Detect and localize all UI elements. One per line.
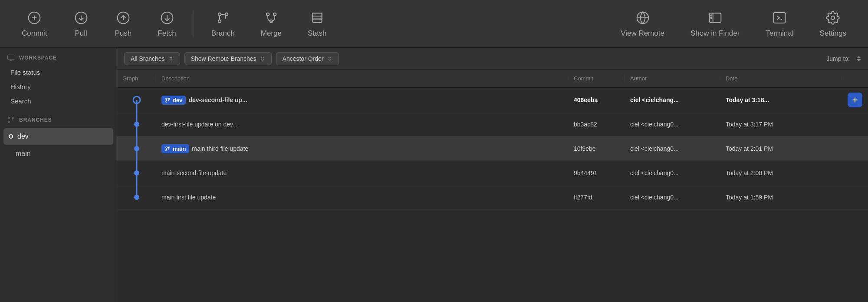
- svg-point-41: [134, 122, 139, 127]
- all-branches-dropdown[interactable]: All Branches: [124, 52, 180, 65]
- table-row[interactable]: dev dev-second-file up... 406eeba ciel <…: [117, 88, 868, 112]
- td-author-2: ciel <cielchang0...: [625, 121, 720, 128]
- view-remote-button[interactable]: View Remote: [608, 10, 677, 38]
- workspace-section: WORKSPACE: [0, 48, 117, 65]
- terminal-label: Terminal: [766, 29, 793, 38]
- pull-button[interactable]: Pull: [60, 10, 102, 38]
- td-author-1: ciel <cielchang...: [625, 96, 720, 103]
- td-date-3: Today at 2:01 PM: [720, 145, 842, 152]
- td-description-3: main main third file update: [156, 144, 569, 153]
- merge-icon: [263, 10, 279, 26]
- sidebar-item-search[interactable]: Search: [0, 94, 117, 108]
- push-button[interactable]: Push: [102, 10, 145, 38]
- commit-label: Commit: [22, 29, 47, 38]
- sidebar-item-file-status[interactable]: File status: [0, 65, 117, 80]
- svg-point-22: [710, 15, 712, 16]
- branch-dot-dev: [9, 134, 13, 139]
- sidebar: WORKSPACE File status History Search BRA…: [0, 48, 117, 302]
- svg-point-13: [273, 13, 276, 16]
- svg-rect-17: [312, 13, 322, 16]
- td-date-2: Today at 3:17 PM: [720, 121, 842, 128]
- jump-to[interactable]: Jump to:: [826, 55, 861, 62]
- svg-point-30: [8, 117, 10, 119]
- globe-icon: [635, 10, 651, 26]
- td-author-4: ciel <cielchang0...: [625, 169, 720, 176]
- svg-point-43: [134, 146, 139, 151]
- table-row[interactable]: dev-first-file update on dev... bb3ac82 …: [117, 112, 868, 136]
- show-remote-dropdown[interactable]: Show Remote Branches: [184, 52, 272, 65]
- description-text-1: dev-second-file up...: [188, 96, 247, 103]
- arrow-up-icon: [857, 56, 861, 58]
- svg-point-9: [218, 13, 221, 16]
- show-in-finder-label: Show in Finder: [690, 29, 740, 38]
- branches-section: BRANCHES: [0, 108, 117, 127]
- stash-icon: [309, 10, 325, 26]
- plus-circle-icon: [26, 10, 42, 26]
- svg-rect-27: [8, 55, 14, 60]
- branch-badge-icon: [165, 97, 171, 103]
- fetch-button[interactable]: Fetch: [145, 10, 189, 38]
- merge-button[interactable]: Merge: [248, 10, 295, 38]
- th-author: Author: [625, 75, 720, 82]
- svg-point-35: [166, 98, 167, 99]
- commit-button[interactable]: Commit: [9, 10, 60, 38]
- svg-point-11: [218, 20, 221, 23]
- finder-icon: [707, 10, 723, 26]
- chevron-updown-icon2: [260, 56, 265, 61]
- td-commit-4: 9b44491: [569, 169, 625, 176]
- settings-label: Settings: [820, 29, 846, 38]
- branch-name-main: main: [16, 150, 31, 158]
- graph-col-3: [117, 136, 156, 161]
- td-commit-5: ff277fd: [569, 194, 625, 201]
- stash-button[interactable]: Stash: [295, 10, 339, 38]
- ancestor-order-label: Ancestor Order: [283, 55, 324, 62]
- description-text-3: main third file update: [192, 145, 248, 152]
- td-commit-2: bb3ac82: [569, 121, 625, 128]
- description-text-5: main first file update: [161, 194, 216, 201]
- branches-icon: [7, 116, 15, 124]
- svg-point-32: [8, 121, 10, 123]
- table-header: Graph Description Commit Author Date: [117, 70, 868, 88]
- graph-col-1: [117, 88, 156, 112]
- td-date-1: Today at 3:18...: [720, 96, 842, 103]
- show-in-finder-button[interactable]: Show in Finder: [677, 10, 753, 38]
- svg-point-48: [134, 170, 139, 176]
- branch-button[interactable]: Branch: [198, 10, 248, 38]
- arrow-down-circle-icon: [73, 10, 89, 26]
- terminal-button[interactable]: Terminal: [753, 10, 806, 38]
- terminal-icon: [772, 10, 787, 26]
- branch-label: Branch: [211, 29, 235, 38]
- svg-point-46: [166, 149, 167, 151]
- td-author-3: ciel <cielchang0...: [625, 145, 720, 152]
- badge-dev: dev: [161, 96, 186, 105]
- td-commit-3: 10f9ebe: [569, 145, 625, 152]
- sidebar-item-history[interactable]: History: [0, 80, 117, 94]
- description-text-4: main-second-file-update: [161, 169, 227, 176]
- main-layout: WORKSPACE File status History Search BRA…: [0, 48, 868, 302]
- arrow-down-cloud-icon: [159, 10, 175, 26]
- show-remote-label: Show Remote Branches: [191, 55, 256, 62]
- svg-point-23: [710, 17, 712, 18]
- settings-button[interactable]: Settings: [807, 10, 859, 38]
- branch-item-dev[interactable]: dev: [3, 128, 113, 145]
- add-branch-button[interactable]: [848, 93, 862, 107]
- svg-point-26: [831, 16, 835, 20]
- branch-badge-icon-main: [165, 146, 171, 152]
- toolbar-separator-1: [194, 11, 194, 37]
- gear-icon: [825, 10, 841, 26]
- branch-name-dev: dev: [17, 133, 29, 140]
- view-remote-label: View Remote: [621, 29, 664, 38]
- arrow-up-circle-icon: [115, 10, 131, 26]
- table-row[interactable]: main first file update ff277fd ciel <cie…: [117, 185, 868, 209]
- td-description-5: main first file update: [156, 194, 569, 201]
- td-actions-1: [842, 93, 868, 107]
- branches-label: BRANCHES: [19, 117, 52, 123]
- td-date-5: Today at 1:59 PM: [720, 194, 842, 201]
- ancestor-order-dropdown[interactable]: Ancestor Order: [276, 52, 339, 65]
- th-commit: Commit: [569, 75, 625, 82]
- branch-item-main[interactable]: main: [0, 146, 117, 162]
- table-row[interactable]: main main third file update 10f9ebe ciel…: [117, 136, 868, 161]
- table-row[interactable]: main-second-file-update 9b44491 ciel <ci…: [117, 161, 868, 185]
- push-label: Push: [115, 29, 132, 38]
- graph-col-4: [117, 161, 156, 185]
